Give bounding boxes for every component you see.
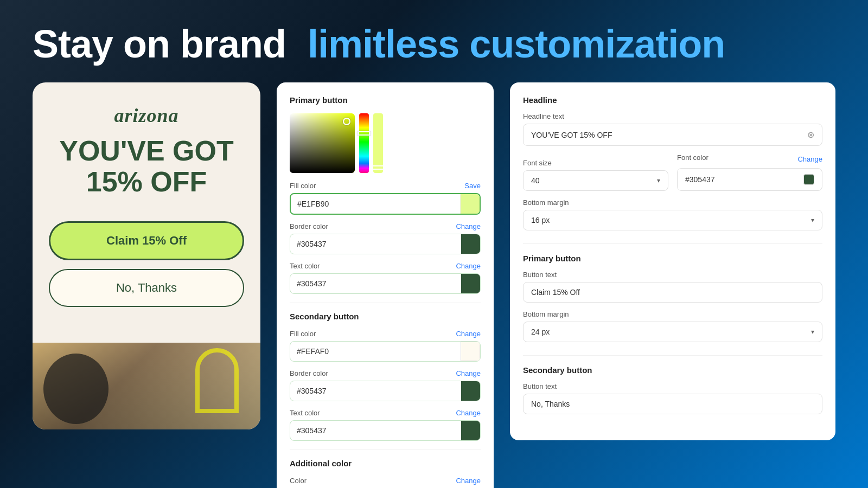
secondary-button-section-title: Secondary button [523,365,822,375]
color-picker-container[interactable] [290,113,481,173]
secondary-fill-change[interactable]: Change [456,330,481,338]
secondary-text-header: Text color Change [290,409,481,417]
headline-bottom-margin-label: Bottom margin [523,198,822,207]
secondary-button-text-label: Button text [523,382,822,390]
headline-bottom-margin-select[interactable]: 16 px ▾ [523,210,822,230]
color-spectrum[interactable] [359,113,369,173]
primary-button-text-field: Button text Claim 15% Off [523,271,822,303]
border-color-input[interactable] [290,235,461,253]
secondary-text-row: Text color Change [290,409,481,441]
font-color-swatch [803,174,814,185]
color-panel-title: Primary button [290,95,481,105]
font-size-group: Font size 40 ▾ [523,159,668,191]
additional-color-change[interactable]: Change [456,477,481,485]
headline-margin-arrow: ▾ [811,216,814,224]
header-left-text: Stay on brand [33,22,286,66]
text-color-input[interactable] [290,274,461,293]
secondary-border-input-row[interactable] [290,381,481,401]
secondary-fill-row: Fill color Change [290,330,481,362]
panel-divider-2 [290,450,481,450]
headline-text-clear[interactable]: ⊗ [807,130,814,140]
font-color-group: Font color Change #305437 [677,153,822,191]
secondary-border-swatch [461,381,480,401]
alpha-cursor[interactable] [372,165,385,170]
text-color-label: Text color [290,262,320,270]
preview-image [33,343,260,429]
border-color-label: Border color [290,222,328,230]
primary-button-section: Primary button Button text Claim 15% Off… [523,254,822,342]
secondary-border-label: Border color [290,369,328,377]
fill-color-label: Fill color [290,182,316,190]
secondary-border-row: Border color Change [290,369,481,401]
secondary-fill-label: Fill color [290,330,316,338]
font-size-label: Font size [523,159,668,167]
additional-color-header: Color Change [290,477,481,485]
primary-button-section-title: Primary button [523,254,822,263]
secondary-fill-input[interactable] [290,342,461,361]
border-color-row: Border color Change [290,222,481,254]
secondary-fill-swatch [461,342,480,361]
border-color-header: Border color Change [290,222,481,230]
secondary-button-text-input[interactable]: No, Thanks [523,394,822,414]
color-panel: Primary button Fill color Save [277,82,494,488]
brand-name: arizona [114,104,178,127]
headline-section-title: Headline [523,95,822,105]
secondary-fill-header: Fill color Change [290,330,481,338]
text-color-swatch [461,274,480,293]
main-content: arizona YOU'VE GOT 15% OFF Claim 15% Off… [0,77,868,488]
font-color-change[interactable]: Change [797,155,822,163]
primary-margin-arrow: ▾ [811,328,814,336]
fill-color-save[interactable]: Save [464,182,481,190]
secondary-button-section: Secondary button Button text No, Thanks [523,365,822,414]
settings-divider-1 [523,243,822,244]
text-color-header: Text color Change [290,262,481,270]
fill-color-swatch [460,194,480,214]
spectrum-cursor[interactable] [358,131,371,136]
fill-color-row: Fill color Save [290,182,481,215]
border-color-swatch [461,234,480,254]
headline-text-input[interactable]: YOU'VE GOT 15% OFF ⊗ [523,124,822,146]
primary-bottom-margin-select[interactable]: 24 px ▾ [523,322,822,342]
fill-color-input[interactable] [291,195,460,213]
text-color-change[interactable]: Change [456,262,481,270]
primary-button-text-label: Button text [523,271,822,279]
secondary-button-preview[interactable]: No, Thanks [49,269,244,307]
primary-button-preview[interactable]: Claim 15% Off [49,221,244,260]
secondary-border-input[interactable] [290,382,461,400]
secondary-text-change[interactable]: Change [456,409,481,417]
headline-text-field: Headline text YOU'VE GOT 15% OFF ⊗ [523,112,822,146]
primary-bottom-margin-label: Bottom margin [523,310,822,318]
color-alpha[interactable] [373,113,383,173]
primary-bottom-margin-field: Bottom margin 24 px ▾ [523,310,822,342]
additional-panel-title: Additional color [290,459,481,468]
font-size-select[interactable]: 40 ▾ [523,170,668,191]
page-header: Stay on brand limitless customization [0,0,868,77]
secondary-button-text-field: Button text No, Thanks [523,382,822,414]
font-color-input[interactable]: #305437 [677,168,822,191]
font-settings-row: Font size 40 ▾ Font color Change #305437 [523,153,822,191]
font-color-label: Font color [677,153,709,162]
secondary-text-input-row[interactable] [290,420,481,441]
headline-text-label: Headline text [523,112,822,120]
additional-color-label: Color [290,477,307,485]
text-color-row: Text color Change [290,262,481,294]
text-color-input-row[interactable] [290,273,481,294]
promo-headline: YOU'VE GOT 15% OFF [49,136,244,197]
headline-section: Headline Headline text YOU'VE GOT 15% OF… [523,95,822,230]
secondary-panel-title: Secondary button [290,312,481,321]
secondary-text-input[interactable] [290,421,461,440]
border-color-input-row[interactable] [290,234,481,254]
gradient-cursor[interactable] [343,118,350,125]
color-gradient-box[interactable] [290,113,355,173]
panel-divider-1 [290,303,481,303]
border-color-change[interactable]: Change [456,222,481,230]
secondary-border-change[interactable]: Change [456,369,481,377]
secondary-fill-input-row[interactable] [290,341,481,362]
primary-button-text-input[interactable]: Claim 15% Off [523,282,822,303]
font-size-arrow: ▾ [657,177,660,184]
fill-color-input-row[interactable] [290,193,481,215]
secondary-text-swatch [461,421,480,440]
secondary-text-label: Text color [290,409,320,417]
settings-divider-2 [523,355,822,356]
preview-card: arizona YOU'VE GOT 15% OFF Claim 15% Off… [33,82,260,429]
